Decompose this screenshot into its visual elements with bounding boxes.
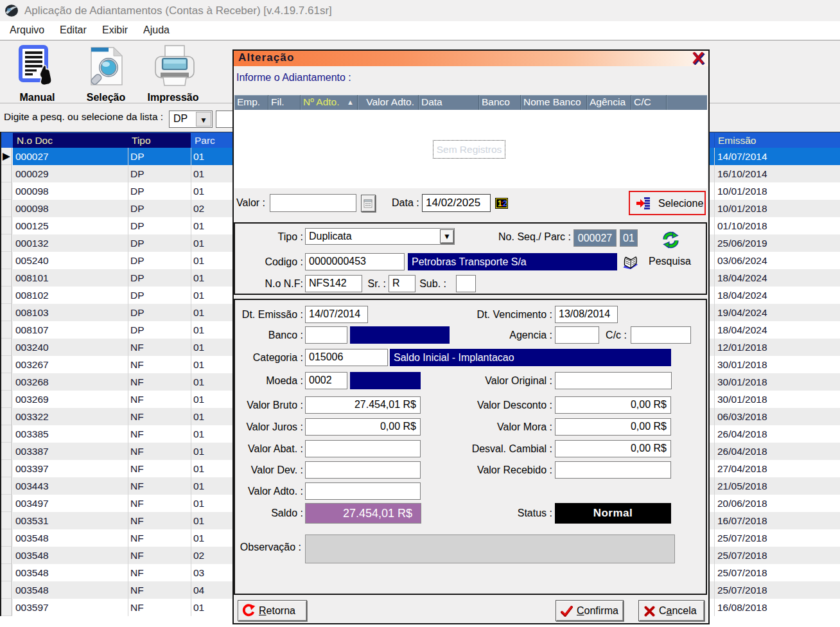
svg-text:2: 2 xyxy=(503,199,507,208)
